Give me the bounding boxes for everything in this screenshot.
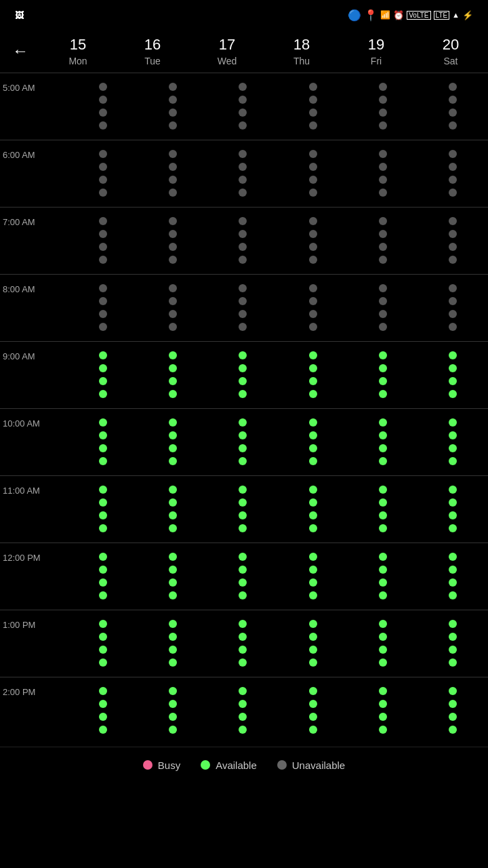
status-left: 🖼	[9, 10, 24, 20]
dot-cell[interactable]	[68, 277, 138, 338]
dot-cell[interactable]	[348, 412, 418, 473]
dot-cell[interactable]	[138, 479, 207, 540]
available-dot	[99, 498, 107, 507]
legend-dot-unavailable	[277, 760, 287, 770]
dot-cell[interactable]	[68, 613, 138, 674]
dot-cell[interactable]	[138, 210, 207, 271]
dot-cell[interactable]	[348, 76, 418, 137]
dot-cell[interactable]	[348, 210, 418, 271]
dot-cell[interactable]	[418, 680, 488, 741]
available-dot	[239, 658, 247, 667]
dot-cell[interactable]	[348, 613, 418, 674]
unavailable-dot	[379, 310, 387, 318]
dot-cell[interactable]	[348, 277, 418, 338]
available-dot	[239, 646, 247, 654]
dot-cell[interactable]	[418, 76, 488, 137]
lte-label: LTE	[434, 11, 450, 20]
dot-cell[interactable]	[348, 680, 418, 741]
unavailable-dot	[169, 297, 177, 305]
dot-cell[interactable]	[208, 546, 278, 607]
row-divider	[0, 140, 488, 140]
dot-cell[interactable]	[208, 143, 278, 204]
dot-cell[interactable]	[418, 143, 488, 204]
available-dot	[99, 431, 107, 439]
available-dot	[379, 418, 387, 427]
dot-cell[interactable]	[208, 479, 278, 540]
unavailable-dot	[379, 96, 387, 104]
day-header-thu: 18 Thu	[264, 35, 339, 67]
dot-cell[interactable]	[278, 680, 348, 741]
dot-cell[interactable]	[348, 546, 418, 607]
back-button[interactable]: ←	[0, 41, 41, 60]
available-dot	[239, 390, 247, 398]
dot-cell[interactable]	[348, 143, 418, 204]
dot-cell[interactable]	[278, 143, 348, 204]
dot-cell[interactable]	[208, 680, 278, 741]
unavailable-dot	[239, 108, 247, 117]
unavailable-dot	[99, 217, 107, 225]
dot-cell[interactable]	[278, 479, 348, 540]
available-dot	[169, 726, 177, 734]
available-dot	[169, 633, 177, 641]
available-dot	[309, 553, 317, 561]
dot-cell[interactable]	[208, 344, 278, 406]
dot-cell[interactable]	[418, 546, 488, 607]
unavailable-dot	[379, 323, 387, 331]
available-dot	[309, 511, 317, 519]
day-header-wed: 17 Wed	[190, 35, 264, 67]
dot-cell[interactable]	[418, 210, 488, 271]
available-dot	[379, 726, 387, 734]
dot-cell[interactable]	[138, 680, 207, 741]
dot-cell[interactable]	[208, 210, 278, 271]
dot-cell[interactable]	[68, 680, 138, 741]
unavailable-dot	[169, 150, 177, 158]
dot-cell[interactable]	[138, 546, 207, 607]
available-dot	[169, 713, 177, 721]
available-dot	[379, 620, 387, 628]
dot-cell[interactable]	[138, 412, 207, 473]
available-dot	[379, 377, 387, 385]
dot-cell[interactable]	[278, 613, 348, 674]
unavailable-dot	[239, 176, 247, 184]
available-dot	[169, 620, 177, 628]
available-dot	[379, 486, 387, 494]
dot-cell[interactable]	[348, 479, 418, 540]
dot-cell[interactable]	[418, 277, 488, 338]
available-dot	[309, 390, 317, 398]
dot-cell[interactable]	[68, 76, 138, 137]
dot-cell[interactable]	[68, 412, 138, 473]
dot-cell[interactable]	[208, 277, 278, 338]
row-divider	[0, 408, 488, 409]
dot-cell[interactable]	[138, 76, 207, 137]
dot-cell[interactable]	[68, 344, 138, 406]
dot-cell[interactable]	[208, 613, 278, 674]
available-dot	[99, 591, 107, 599]
available-dot	[309, 457, 317, 465]
dot-cell[interactable]	[418, 412, 488, 473]
dot-cell[interactable]	[138, 143, 207, 204]
dot-cell[interactable]	[278, 277, 348, 338]
dot-cell[interactable]	[208, 412, 278, 473]
dot-cell[interactable]	[278, 344, 348, 406]
dot-cell[interactable]	[278, 412, 348, 473]
available-dot	[99, 658, 107, 667]
dot-cell[interactable]	[68, 210, 138, 271]
dot-cell[interactable]	[138, 344, 207, 406]
available-dot	[379, 511, 387, 519]
dot-cell[interactable]	[208, 76, 278, 137]
dot-cell[interactable]	[418, 479, 488, 540]
available-dot	[449, 553, 457, 561]
dot-cell[interactable]	[138, 277, 207, 338]
dot-cell[interactable]	[68, 479, 138, 540]
dot-cell[interactable]	[418, 613, 488, 674]
dot-cell[interactable]	[138, 613, 207, 674]
dot-cell[interactable]	[278, 546, 348, 607]
day-header-fri: 19 Fri	[339, 35, 413, 67]
dot-cell[interactable]	[278, 210, 348, 271]
dot-cell[interactable]	[418, 344, 488, 406]
dot-cell[interactable]	[68, 546, 138, 607]
dot-cell[interactable]	[278, 76, 348, 137]
dot-cell[interactable]	[68, 143, 138, 204]
available-dot	[449, 444, 457, 452]
dot-cell[interactable]	[348, 344, 418, 406]
